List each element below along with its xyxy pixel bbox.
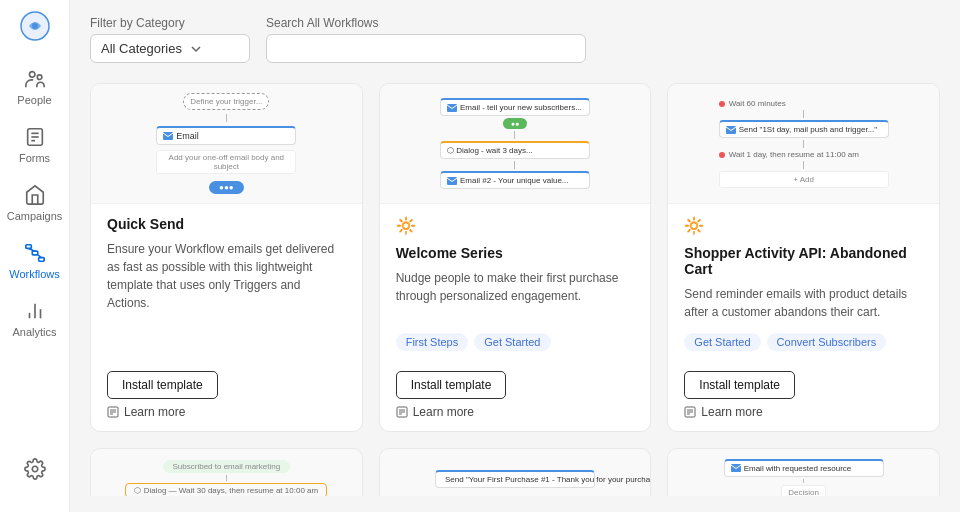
svg-rect-8 bbox=[25, 245, 31, 249]
sidebar-label-analytics: Analytics bbox=[12, 326, 56, 338]
svg-point-16 bbox=[32, 466, 38, 472]
install-button-quick-send[interactable]: Install template bbox=[107, 371, 218, 399]
card-actions-abandoned-cart: Install template Learn more bbox=[668, 363, 939, 431]
card-preview-abandoned-cart: Wait 60 minutes Send "1St day, mail push… bbox=[668, 84, 939, 204]
cards-container: Define your trigger... Email Add your on… bbox=[90, 83, 940, 496]
card-desc-abandoned-cart: Send reminder emails with product detail… bbox=[684, 285, 923, 321]
book-icon-3 bbox=[684, 406, 696, 418]
sidebar-bottom bbox=[5, 450, 65, 512]
search-label: Search All Workflows bbox=[266, 16, 586, 30]
category-filter-group: Filter by Category All Categories bbox=[90, 16, 250, 63]
sidebar-item-campaigns[interactable]: Campaigns bbox=[5, 176, 65, 230]
tag-get-started-cart: Get Started bbox=[684, 333, 760, 351]
learn-more-abandoned-cart[interactable]: Learn more bbox=[684, 405, 762, 419]
install-button-welcome-series[interactable]: Install template bbox=[396, 371, 507, 399]
svg-point-3 bbox=[37, 75, 42, 80]
sidebar-label-workflows: Workflows bbox=[9, 268, 60, 280]
tag-convert-subscribers: Convert Subscribers bbox=[767, 333, 887, 351]
learn-more-label-quick-send: Learn more bbox=[124, 405, 185, 419]
svg-line-12 bbox=[37, 255, 41, 258]
tag-first-steps: First Steps bbox=[396, 333, 469, 351]
svg-rect-9 bbox=[32, 251, 38, 255]
book-icon bbox=[107, 406, 119, 418]
card-partial-1: Subscribed to email marketing ⬡ Dialog —… bbox=[90, 448, 363, 496]
main-content: Filter by Category All Categories Search… bbox=[70, 0, 960, 512]
card-body-quick-send: Quick Send Ensure your Workflow emails g… bbox=[91, 204, 362, 363]
search-input[interactable] bbox=[266, 34, 586, 63]
category-select[interactable]: All Categories bbox=[90, 34, 250, 63]
card-desc-quick-send: Ensure your Workflow emails get delivere… bbox=[107, 240, 346, 351]
card-abandoned-cart: Wait 60 minutes Send "1St day, mail push… bbox=[667, 83, 940, 432]
card-title-quick-send: Quick Send bbox=[107, 216, 346, 232]
learn-more-label-welcome-series: Learn more bbox=[413, 405, 474, 419]
tag-get-started-welcome: Get Started bbox=[474, 333, 550, 351]
sidebar-label-forms: Forms bbox=[19, 152, 50, 164]
card-partial-preview-1: Subscribed to email marketing ⬡ Dialog —… bbox=[91, 449, 362, 496]
card-icon-welcome-series: 🔆 bbox=[396, 216, 635, 235]
card-partial-preview-3: Email with requested resource Decision bbox=[668, 449, 939, 496]
app-logo bbox=[17, 8, 53, 44]
cards-grid: Define your trigger... Email Add your on… bbox=[90, 83, 940, 496]
card-preview-quick-send: Define your trigger... Email Add your on… bbox=[91, 84, 362, 204]
sidebar-label-people: People bbox=[17, 94, 51, 106]
card-partial-3: Email with requested resource Decision bbox=[667, 448, 940, 496]
svg-line-11 bbox=[28, 248, 34, 251]
sidebar-item-analytics[interactable]: Analytics bbox=[5, 292, 65, 346]
card-body-abandoned-cart: 🔆 Shopper Activity API: Abandoned Cart S… bbox=[668, 204, 939, 363]
svg-point-1 bbox=[32, 23, 38, 29]
card-actions-welcome-series: Install template Learn more bbox=[380, 363, 651, 431]
card-tags-abandoned-cart: Get Started Convert Subscribers bbox=[684, 333, 923, 351]
install-button-abandoned-cart[interactable]: Install template bbox=[684, 371, 795, 399]
category-select-value: All Categories bbox=[101, 41, 182, 56]
learn-more-quick-send[interactable]: Learn more bbox=[107, 405, 185, 419]
card-welcome-series: Email - tell your new subscribers... ●● … bbox=[379, 83, 652, 432]
learn-more-label-abandoned-cart: Learn more bbox=[701, 405, 762, 419]
category-filter-label: Filter by Category bbox=[90, 16, 250, 30]
sidebar-item-people[interactable]: People bbox=[5, 60, 65, 114]
book-icon-2 bbox=[396, 406, 408, 418]
chevron-down-icon bbox=[190, 43, 202, 55]
filter-bar: Filter by Category All Categories Search… bbox=[90, 16, 940, 63]
svg-rect-10 bbox=[38, 258, 43, 262]
card-body-welcome-series: 🔆 Welcome Series Nudge people to make th… bbox=[380, 204, 651, 363]
card-actions-quick-send: Install template Learn more bbox=[91, 363, 362, 431]
learn-more-welcome-series[interactable]: Learn more bbox=[396, 405, 474, 419]
search-group: Search All Workflows bbox=[266, 16, 586, 63]
sidebar-item-workflows[interactable]: Workflows bbox=[5, 234, 65, 288]
card-tags-welcome-series: First Steps Get Started bbox=[396, 333, 635, 351]
sidebar: People Forms Campaigns Workflows bbox=[0, 0, 70, 512]
card-desc-welcome-series: Nudge people to make their first purchas… bbox=[396, 269, 635, 321]
sidebar-item-settings[interactable] bbox=[5, 450, 65, 488]
sidebar-label-campaigns: Campaigns bbox=[7, 210, 63, 222]
card-title-abandoned-cart: Shopper Activity API: Abandoned Cart bbox=[684, 245, 923, 277]
card-partial-2: Send "Your First Purchase #1 - Thank you… bbox=[379, 448, 652, 496]
card-partial-preview-2: Send "Your First Purchase #1 - Thank you… bbox=[380, 449, 651, 496]
sidebar-item-forms[interactable]: Forms bbox=[5, 118, 65, 172]
card-icon-abandoned-cart: 🔆 bbox=[684, 216, 923, 235]
card-quick-send: Define your trigger... Email Add your on… bbox=[90, 83, 363, 432]
svg-point-2 bbox=[29, 72, 35, 78]
card-preview-welcome-series: Email - tell your new subscribers... ●● … bbox=[380, 84, 651, 204]
card-title-welcome-series: Welcome Series bbox=[396, 245, 635, 261]
